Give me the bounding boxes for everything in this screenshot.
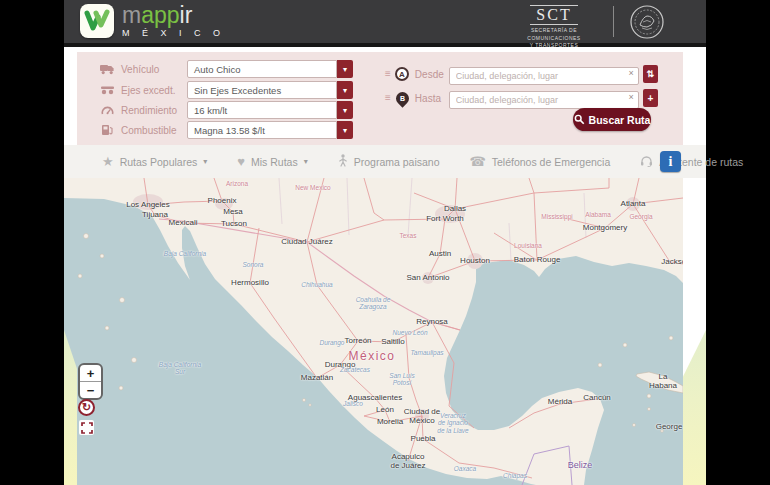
headset-icon [640, 155, 653, 169]
sct-subtitle: SECRETARÍA DE COMUNICACIONES Y TRANSPORT… [506, 27, 602, 50]
axles-icon [99, 85, 115, 95]
axles-select-caret-icon[interactable]: ▾ [337, 81, 353, 99]
axles-select-value[interactable]: Sin Ejes Excedentes [187, 81, 337, 99]
vehicle-select-value[interactable]: Auto Chico [187, 60, 337, 78]
axles-row: Ejes excedt. [99, 81, 183, 99]
menu-label: Programa paisano [354, 156, 440, 168]
mappir-logo[interactable]: mappir M É X I C O [80, 4, 225, 38]
destination-clear-icon[interactable]: × [629, 92, 634, 102]
locate-icon: ↻ [82, 402, 91, 413]
drag-handle-icon[interactable]: ≡ [385, 69, 391, 79]
origin-input-wrap: × [449, 65, 639, 83]
screenshot-stage: mappir M É X I C O SCT SECRETARÍA DE COM… [0, 0, 770, 485]
destination-marker-letter: B [400, 95, 405, 102]
origin-marker-icon: A [395, 67, 409, 81]
swap-button[interactable]: ⇅ [643, 65, 658, 83]
add-stop-button[interactable]: + [643, 89, 658, 107]
search-route-button[interactable]: Buscar Ruta [573, 108, 651, 131]
search-route-label: Buscar Ruta [589, 114, 651, 126]
efficiency-select-value[interactable]: 16 km/lt [187, 101, 337, 119]
destination-input[interactable] [449, 91, 639, 109]
zoom-out-button[interactable]: − [80, 382, 101, 398]
menu-programa-paisano[interactable]: Programa paisano [338, 154, 440, 169]
menu-label: Mis Rutas [251, 156, 298, 168]
search-icon [574, 114, 585, 125]
axles-select[interactable]: Sin Ejes Excedentes ▾ [187, 81, 353, 99]
destination-row: ≡ B Hasta × + [385, 89, 658, 107]
mexico-seal-icon [628, 3, 666, 45]
heart-icon: ♥ [237, 155, 245, 168]
fullscreen-button[interactable] [79, 420, 94, 435]
zoom-control: + − [78, 363, 103, 400]
logo-word-m: m [122, 2, 141, 28]
menu-bar: ★ Rutas Populares ▾ ♥ Mis Rutas ▾ Progra… [64, 145, 706, 178]
vehicle-icon [99, 64, 115, 75]
sct-line2: COMUNICACIONES [506, 35, 602, 43]
fullscreen-icon [81, 422, 93, 434]
info-icon: i [669, 154, 673, 170]
logo-m-icon [84, 9, 110, 33]
logo-subtitle: M É X I C O [122, 29, 225, 38]
destination-marker-icon: B [393, 89, 411, 107]
locate-button[interactable]: ↻ [78, 399, 95, 416]
background-wedge [683, 330, 706, 485]
sct-line1: SECRETARÍA DE [506, 27, 602, 35]
menu-asistente-rutas[interactable]: Asistente de rutas [640, 155, 743, 169]
header-divider [613, 6, 614, 37]
basemap-graphic [64, 178, 683, 485]
origin-label: Desde [415, 69, 449, 80]
zoom-in-button[interactable]: + [80, 365, 101, 381]
destination-input-wrap: × [449, 89, 639, 107]
efficiency-select-caret-icon[interactable]: ▾ [337, 101, 353, 119]
fuel-label: Combustible [121, 125, 183, 136]
efficiency-row: Rendimiento [99, 101, 183, 119]
app-header: mappir M É X I C O SCT SECRETARÍA DE COM… [64, 0, 706, 47]
destination-label: Hasta [415, 93, 449, 104]
gauge-icon [99, 105, 115, 116]
info-button[interactable]: i [660, 151, 681, 172]
fuel-pump-icon [99, 124, 115, 136]
chevron-down-icon: ▾ [203, 157, 207, 166]
page-right-margin [683, 178, 706, 485]
drag-handle-icon[interactable]: ≡ [385, 93, 391, 103]
vehicle-row: Vehículo [99, 60, 183, 78]
origin-clear-icon[interactable]: × [629, 68, 634, 78]
menu-label: Teléfonos de Emergencia [492, 156, 611, 168]
fuel-select-caret-icon[interactable]: ▾ [337, 121, 353, 139]
person-icon [338, 154, 348, 169]
logo-word-app: app [141, 2, 179, 28]
menu-telefonos-emergencia[interactable]: ☎ Teléfonos de Emergencia [470, 155, 611, 168]
vehicle-select-caret-icon[interactable]: ▾ [337, 60, 353, 78]
star-icon: ★ [102, 155, 114, 168]
logo-wordmark: mappir M É X I C O [122, 4, 225, 38]
efficiency-select[interactable]: 16 km/lt ▾ [187, 101, 353, 119]
mappir-logo-icon [80, 4, 114, 38]
sct-acronym: SCT [530, 5, 577, 25]
origin-row: ≡ A Desde × ⇅ [385, 65, 658, 83]
map-canvas[interactable]: Los AngelesPhoenixMesaTucsonTijuanaMexic… [64, 178, 683, 485]
menu-label: Rutas Populares [120, 156, 198, 168]
page-content: mappir M É X I C O SCT SECRETARÍA DE COM… [64, 0, 706, 485]
vehicle-label: Vehículo [121, 64, 183, 75]
logo-word-ir: ir [180, 2, 193, 28]
efficiency-label: Rendimiento [121, 105, 183, 116]
fuel-select[interactable]: Magna 13.58 $/lt ▾ [187, 121, 353, 139]
menu-rutas-populares[interactable]: ★ Rutas Populares ▾ [102, 155, 207, 168]
vehicle-select[interactable]: Auto Chico ▾ [187, 60, 353, 78]
fuel-select-value[interactable]: Magna 13.58 $/lt [187, 121, 337, 139]
menu-mis-rutas[interactable]: ♥ Mis Rutas ▾ [237, 155, 307, 168]
chevron-down-icon: ▾ [304, 157, 308, 166]
sct-block: SCT SECRETARÍA DE COMUNICACIONES Y TRANS… [506, 5, 602, 50]
route-form-panel: Vehículo Auto Chico ▾ Ejes excedt. Sin E… [77, 52, 683, 145]
origin-input[interactable] [449, 67, 639, 85]
fuel-row: Combustible [99, 121, 183, 139]
phone-icon: ☎ [470, 155, 486, 168]
sct-line3: Y TRANSPORTES [506, 42, 602, 50]
axles-label: Ejes excedt. [121, 85, 183, 96]
